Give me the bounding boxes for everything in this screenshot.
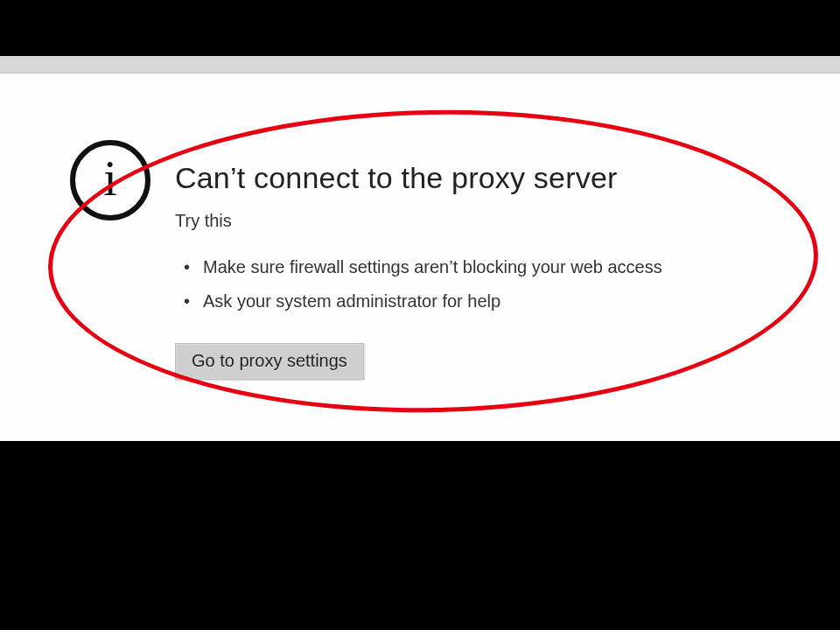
suggestion-item: Make sure firewall settings aren’t block… [184,250,662,284]
error-subtitle: Try this [175,211,662,231]
go-to-proxy-settings-button[interactable]: Go to proxy settings [175,343,364,380]
info-icon: i [70,140,150,220]
error-content: i Can’t connect to the proxy server Try … [70,161,662,380]
error-title: Can’t connect to the proxy server [175,161,662,195]
error-text-column: Can’t connect to the proxy server Try th… [175,161,662,380]
error-page: i Can’t connect to the proxy server Try … [0,74,840,441]
suggestion-item: Ask your system administrator for help [184,284,662,318]
letterbox-top [0,0,840,56]
letterbox-bottom [0,441,840,630]
suggestion-list: Make sure firewall settings aren’t block… [184,250,662,318]
browser-chrome-strip [0,56,840,74]
info-glyph: i [103,154,117,203]
